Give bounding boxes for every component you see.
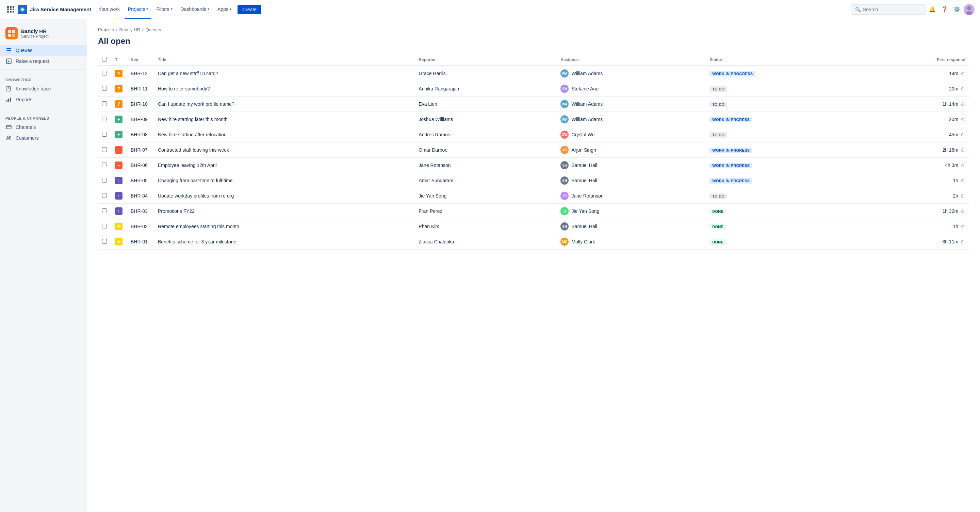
table-row: ? BHR-12 Can get a new staff ID card? Gr… (98, 66, 969, 81)
raise-request-icon (5, 59, 12, 64)
assignee-name: Molly Clark (571, 239, 595, 244)
settings-button[interactable]: ⚙️ (951, 4, 962, 15)
clock-icon: ⏱ (961, 240, 965, 244)
nav-apps[interactable]: Apps ▾ (214, 0, 235, 19)
sidebar-item-channels[interactable]: Channels (0, 122, 87, 133)
assignee-avatar: SH (560, 176, 569, 185)
clock-icon: ⏱ (961, 163, 965, 168)
issue-title[interactable]: How to refer somebody? (154, 81, 414, 97)
assignee-name: Jie Yan Song (571, 208, 599, 214)
logo[interactable]: Jira Service Management (18, 5, 91, 14)
chevron-down-icon: ▾ (171, 7, 172, 11)
nav-dashboards[interactable]: Dashboards ▾ (177, 0, 213, 19)
row-checkbox-11[interactable] (102, 239, 107, 244)
col-status[interactable]: Status (705, 54, 863, 66)
svg-rect-8 (12, 34, 15, 37)
sidebar-item-reports[interactable]: Reports (0, 94, 87, 105)
row-checkbox-7[interactable] (102, 178, 107, 182)
issue-title[interactable]: Remote employees starting this month (154, 219, 414, 234)
svg-rect-22 (6, 125, 11, 129)
first-response: 8h 11m ⏱ (863, 234, 969, 250)
row-checkbox-5[interactable] (102, 147, 107, 152)
first-response: 1h 14m ⏱ (863, 97, 969, 112)
issue-status: WORK IN PRGRESS (705, 143, 863, 158)
issue-key[interactable]: BHR-05 (127, 173, 154, 189)
issue-key[interactable]: BHR-12 (127, 66, 154, 81)
issue-title[interactable]: New hire starting later this month (154, 112, 414, 127)
assignee-avatar: SH (560, 222, 569, 230)
issue-key[interactable]: BHR-02 (127, 219, 154, 234)
row-checkbox-6[interactable] (102, 163, 107, 167)
col-title[interactable]: Title (154, 54, 414, 66)
issue-title[interactable]: Contracted staff leaving this week (154, 143, 414, 158)
sidebar-item-raise-request[interactable]: Raise a request (0, 56, 87, 67)
assignee-avatar: WA (560, 69, 569, 78)
row-checkbox-1[interactable] (102, 86, 107, 91)
col-assignee[interactable]: Assignee (556, 54, 705, 66)
issue-title[interactable]: Benefits scheme for 3 year milestone (154, 234, 414, 250)
breadcrumb-projects[interactable]: Projects (98, 27, 114, 32)
sidebar-item-knowledge-base[interactable]: Knowledge base (0, 83, 87, 94)
issue-key[interactable]: BHR-03 (127, 204, 154, 219)
nav-your-work[interactable]: Your work (95, 0, 123, 19)
create-button[interactable]: Create (237, 5, 261, 14)
search-icon: 🔍 (855, 7, 861, 12)
app-switcher-button[interactable] (5, 4, 16, 15)
help-button[interactable]: ❓ (939, 4, 950, 15)
sidebar-item-queues[interactable]: Queues (0, 45, 87, 56)
row-checkbox-10[interactable] (102, 224, 107, 228)
issue-title[interactable]: New hire starting after relocation (154, 127, 414, 143)
row-checkbox-0[interactable] (102, 71, 107, 76)
type-badge: ? (115, 100, 123, 108)
issue-title[interactable]: Update workday profiles from re-org (154, 189, 414, 204)
issue-key[interactable]: BHR-08 (127, 127, 154, 143)
type-badge: ✉ (115, 238, 123, 246)
nav-filters[interactable]: Filters ▾ (153, 0, 176, 19)
row-checkbox-4[interactable] (102, 132, 107, 137)
svg-point-24 (7, 136, 9, 138)
table-row: − BHR-07 Contracted staff leaving this w… (98, 143, 969, 158)
issue-reporter: Phan Kim (414, 219, 556, 234)
issue-key[interactable]: BHR-04 (127, 189, 154, 204)
issue-key[interactable]: BHR-01 (127, 234, 154, 250)
issue-title[interactable]: Can get a new staff ID card? (154, 66, 414, 81)
sidebar: Bancly HR Service Project Queues (0, 19, 87, 512)
search-input[interactable] (863, 7, 917, 12)
issue-key[interactable]: BHR-10 (127, 97, 154, 112)
issue-title[interactable]: Promotions FY22 (154, 204, 414, 219)
select-all-checkbox[interactable] (102, 57, 107, 62)
user-avatar[interactable] (964, 4, 975, 15)
row-checkbox-8[interactable] (102, 193, 107, 198)
main-content: Projects / Bancly HR / Queues All open T… (87, 19, 980, 512)
search-box[interactable]: 🔍 (851, 5, 926, 14)
issue-assignee: WA William Adams (556, 66, 705, 81)
table-row: ↑ BHR-05 Changing from part-time to full… (98, 173, 969, 189)
issue-key[interactable]: BHR-09 (127, 112, 154, 127)
svg-rect-6 (12, 30, 15, 33)
nav-projects[interactable]: Projects ▾ (124, 0, 152, 19)
issue-status: TO DO (705, 189, 863, 204)
issue-reporter: Amar Sundaram (414, 173, 556, 189)
issue-reporter: Jane Rotanson (414, 158, 556, 173)
issue-title[interactable]: Employee leaving 12th April (154, 158, 414, 173)
issue-key[interactable]: BHR-11 (127, 81, 154, 97)
issue-title[interactable]: Can I update my work profile name? (154, 97, 414, 112)
table-row: − BHR-06 Employee leaving 12th April Jan… (98, 158, 969, 173)
col-key[interactable]: Key (127, 54, 154, 66)
col-first-response[interactable]: First response (863, 54, 969, 66)
row-checkbox-3[interactable] (102, 117, 107, 121)
status-badge: WORK IN PRGRESS (710, 178, 752, 184)
svg-rect-9 (6, 48, 11, 49)
issue-key[interactable]: BHR-07 (127, 143, 154, 158)
col-reporter[interactable]: Reporter (414, 54, 556, 66)
status-badge: TO DO (710, 101, 727, 107)
sidebar-item-customers[interactable]: Customers (0, 133, 87, 143)
assignee-name: Stefanie Auer (571, 86, 600, 92)
row-checkbox-2[interactable] (102, 101, 107, 106)
issue-key[interactable]: BHR-06 (127, 158, 154, 173)
first-response: 14m ⏱ (863, 66, 969, 81)
notifications-button[interactable]: 🔔 (927, 4, 938, 15)
breadcrumb-bancly-hr[interactable]: Bancly HR (119, 27, 140, 32)
issue-title[interactable]: Changing from part-time to full-time (154, 173, 414, 189)
row-checkbox-9[interactable] (102, 208, 107, 213)
